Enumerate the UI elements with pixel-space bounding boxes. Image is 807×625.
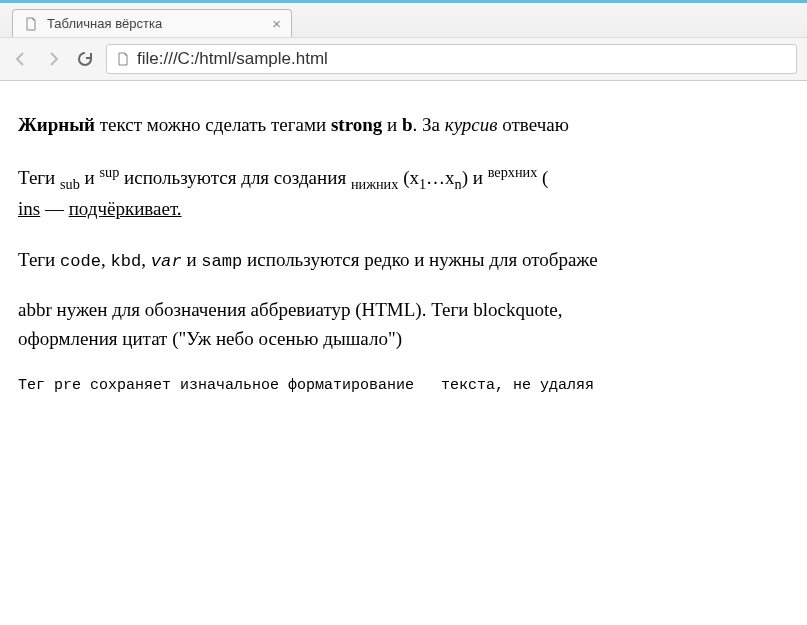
page-icon [115,51,131,67]
toolbar: file:///C:/html/sample.html [0,37,807,80]
pre-block: Тег pre сохраняет изначальное форматиров… [18,375,789,398]
bold-word: Жирный [18,114,95,135]
sup-tag: sup [100,164,120,180]
paragraph-subsup: Теги sub и sup используются для создания… [18,162,789,224]
close-icon[interactable]: × [272,16,281,31]
reload-button[interactable] [74,48,96,70]
browser-tab[interactable]: Табличная вёрстка × [12,9,292,37]
sub-tag: sub [60,176,80,192]
samp-tag: samp [201,252,242,271]
browser-chrome: Табличная вёрстка × file:///C:/html/samp… [0,3,807,81]
address-bar[interactable]: file:///C:/html/sample.html [106,44,797,74]
italic-word: курсив [445,114,498,135]
b-tag: b [402,114,413,135]
code-tag: code [60,252,101,271]
paragraph-bold: Жирный текст можно сделать тегами strong… [18,111,789,140]
tab-bar: Табличная вёрстка × [0,3,807,37]
ins-tag: ins [18,198,40,219]
page-icon [23,16,39,32]
paragraph-abbr: abbr нужен для обозначения аббревиатур (… [18,296,789,353]
strong-tag: strong [331,114,382,135]
url-text: file:///C:/html/sample.html [137,49,328,69]
forward-button[interactable] [42,48,64,70]
var-tag: var [151,252,182,271]
back-button[interactable] [10,48,32,70]
kbd-tag: kbd [111,252,142,271]
paragraph-code: Теги code, kbd, var и samp используются … [18,246,789,275]
page-content: Жирный текст можно сделать тегами strong… [0,81,807,428]
tab-title: Табличная вёрстка [47,16,162,31]
